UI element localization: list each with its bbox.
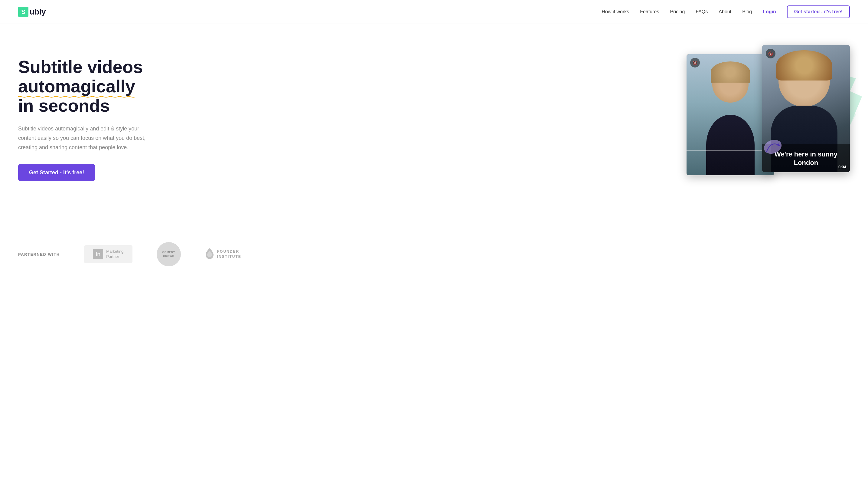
video-right-mute-icon[interactable]: 🔇 xyxy=(766,49,775,58)
logo-icon: S xyxy=(18,7,28,17)
linkedin-icon: in xyxy=(93,249,103,259)
logo-text: ubly xyxy=(30,7,46,17)
linkedin-text: MarketingPartner xyxy=(106,249,123,259)
nav-about[interactable]: About xyxy=(719,9,731,14)
hero-title: Subtitle videos automagically in seconds xyxy=(18,57,176,115)
nav-links: How it works Features Pricing FAQs About… xyxy=(602,5,850,18)
hero-section: Subtitle videos automagically in seconds… xyxy=(0,24,868,230)
video-time: 0:34 xyxy=(838,164,846,169)
nav-pricing[interactable]: Pricing xyxy=(670,9,685,14)
hero-title-line3: in seconds xyxy=(18,96,110,115)
hero-title-line1: Subtitle videos xyxy=(18,57,143,77)
partner-founder-institute[interactable]: FOUNDERINSTITUTE xyxy=(205,247,241,261)
partners-label: PARTERNED WITH xyxy=(18,252,60,257)
nav-how-it-works[interactable]: How it works xyxy=(602,9,629,14)
partners-section: PARTERNED WITH in MarketingPartner COMED… xyxy=(0,230,868,281)
partner-logos: in MarketingPartner COMEDYCROWD FOUNDERI… xyxy=(84,242,241,266)
hero-subtitle: Subtitle videos automagically and edit &… xyxy=(18,124,157,152)
logo[interactable]: S ubly xyxy=(18,7,46,17)
founder-institute-text: FOUNDERINSTITUTE xyxy=(217,249,241,259)
hero-title-line2: automagically xyxy=(18,77,135,96)
partner-linkedin[interactable]: in MarketingPartner xyxy=(84,245,132,263)
logo-s-letter: S xyxy=(21,8,25,16)
video-left-mute-icon[interactable]: 🔇 xyxy=(690,58,700,67)
nav-cta-button[interactable]: Get started - it's free! xyxy=(787,5,850,18)
video-arrow xyxy=(761,135,785,160)
hero-video-area: 🔇 We're here in sunny London xyxy=(434,45,850,184)
comedy-crowd-text: COMEDYCROWD xyxy=(162,250,176,258)
nav-faqs[interactable]: FAQs xyxy=(695,9,708,14)
navbar: S ubly How it works Features Pricing FAQ… xyxy=(0,0,868,24)
nav-features[interactable]: Features xyxy=(640,9,659,14)
hero-content: Subtitle videos automagically in seconds… xyxy=(18,48,176,181)
video-stack: 🔇 We're here in sunny London xyxy=(686,45,850,184)
founder-institute-icon xyxy=(205,247,214,261)
svg-point-3 xyxy=(762,138,783,156)
nav-login[interactable]: Login xyxy=(763,9,776,14)
hero-cta-button[interactable]: Get Started - it's free! xyxy=(18,164,95,181)
partner-comedy-crowd[interactable]: COMEDYCROWD xyxy=(157,242,181,266)
nav-blog[interactable]: Blog xyxy=(742,9,752,14)
